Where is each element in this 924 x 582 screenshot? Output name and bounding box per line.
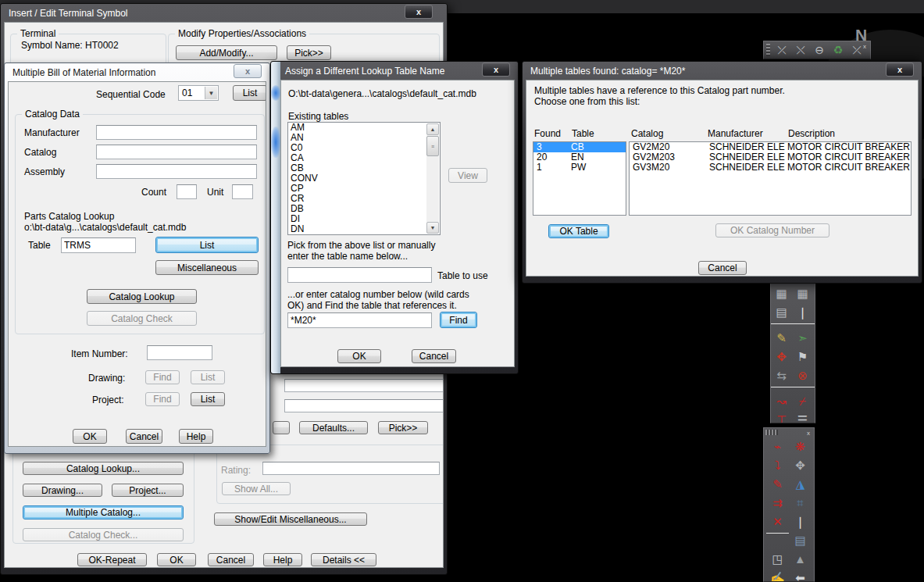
close-icon[interactable]: x — [234, 64, 262, 78]
swap-components-icon[interactable]: ⇆ — [771, 366, 792, 384]
count-field[interactable] — [177, 184, 197, 199]
insert-panel-icon[interactable]: ▦ — [771, 284, 792, 302]
catalog-result-row[interactable]: GV2M20 SCHNEIDER ELE MOTOR CIRCUIT BREAK… — [630, 142, 911, 152]
terminal-field-1[interactable] — [284, 379, 444, 392]
plc-connect-icon[interactable]: ⌗ — [789, 493, 812, 512]
catalog-check-button[interactable]: Catalog Check... — [23, 528, 184, 541]
toolbar-close-icon[interactable]: x — [804, 429, 812, 437]
unit-field[interactable] — [232, 184, 253, 199]
project-list-button[interactable]: List — [191, 392, 225, 406]
pointer-icon[interactable]: ▲ — [789, 549, 812, 568]
delete-wire-number-icon[interactable]: ✕ — [766, 512, 789, 530]
table-list-item[interactable]: C0 — [288, 143, 426, 153]
catalog-field[interactable] — [96, 145, 257, 159]
catalog-number-field[interactable] — [287, 312, 432, 328]
close-icon[interactable]: x — [482, 62, 510, 77]
move-circuit-icon[interactable]: ⤫ — [772, 42, 791, 58]
cancel-button[interactable]: Cancel — [126, 429, 162, 444]
edit-component-icon[interactable]: ✎ — [771, 328, 792, 347]
help-button[interactable]: Help — [263, 553, 302, 566]
cancel-button[interactable]: Cancel — [698, 261, 747, 275]
scrollbar-thumb[interactable]: ≡ — [426, 136, 439, 156]
multiple-catalog-button[interactable]: Multiple Catalog... — [23, 505, 184, 520]
ok-repeat-button[interactable]: OK-Repeat — [77, 553, 147, 566]
move-component-icon[interactable]: ✥ — [771, 347, 792, 366]
sequential-code-list-button[interactable]: List — [233, 85, 266, 101]
insert-wire-icon[interactable]: ↝ — [771, 391, 792, 410]
table-list-item[interactable]: AM — [288, 123, 426, 133]
table-list-item[interactable]: CONV — [288, 173, 426, 184]
catalog-result-row[interactable]: GV3M20 SCHNEIDER ELE MOTOR CIRCUIT BREAK… — [630, 162, 911, 173]
drawing-list-button[interactable]: List — [191, 370, 225, 384]
assembly-field[interactable] — [96, 164, 257, 179]
fix-wire-number-icon[interactable]: ✎ — [766, 474, 789, 493]
miscellaneous-button[interactable]: Miscellaneous — [155, 260, 259, 275]
catalog-lookup-button[interactable]: Catalog Lookup — [87, 289, 197, 304]
delete-component-icon[interactable]: ⊗ — [792, 366, 813, 384]
table-list-item[interactable]: CP — [288, 184, 426, 194]
scroll-down-icon[interactable]: ▼ — [426, 222, 439, 234]
ok-table-button[interactable]: OK Table — [548, 224, 609, 238]
sequential-code-combobox[interactable]: 01 ▼ — [178, 85, 219, 101]
show-edit-miscellaneous-button[interactable]: Show/Edit Miscellaneous... — [214, 512, 367, 526]
toolbar-close-icon[interactable]: x — [861, 42, 869, 50]
catalog-result-row[interactable]: GV2M203 SCHNEIDER ELE MOTOR CIRCUIT BREA… — [630, 152, 911, 162]
table-list-item[interactable]: CA — [288, 153, 426, 163]
table-list-item[interactable]: DI — [288, 214, 426, 224]
table-list-item[interactable]: AN — [288, 133, 426, 143]
table-list-item[interactable]: CR — [288, 194, 426, 204]
cancel-button[interactable]: Cancel — [412, 349, 456, 363]
project-find-button[interactable]: Find — [145, 392, 180, 406]
copy-circuit-recycle-icon[interactable]: ♻ — [829, 42, 847, 58]
project-button[interactable]: Project... — [112, 484, 184, 497]
scroll-up-icon[interactable]: ▲ — [426, 123, 439, 135]
manufacturer-field[interactable] — [96, 125, 257, 140]
toolbar-grip[interactable] — [766, 44, 770, 56]
table-to-use-field[interactable] — [287, 267, 432, 283]
select-component-icon[interactable]: ➣ — [792, 328, 813, 347]
ok-catalog-number-button[interactable]: OK Catalog Number — [715, 223, 829, 237]
terminal-field-2[interactable] — [284, 399, 444, 412]
pick-button[interactable]: Pick>> — [287, 45, 331, 60]
found-tables-listbox[interactable]: 3 CB 20 EN 1 PW — [533, 141, 626, 216]
copy-wire-number-icon[interactable]: ⤵ — [766, 455, 789, 474]
close-icon[interactable]: x — [405, 5, 433, 19]
details-button[interactable]: Details << — [311, 553, 376, 566]
cancel-button[interactable]: Cancel — [208, 553, 254, 566]
retag-component-icon[interactable]: ⚑ — [792, 347, 813, 366]
ok-button[interactable]: OK — [73, 429, 107, 444]
close-icon[interactable]: x — [886, 62, 914, 77]
toolbar-grip[interactable] — [765, 430, 778, 435]
flip-wire-number-icon[interactable]: ◮ — [789, 474, 812, 493]
table-list-item[interactable]: DB — [288, 204, 426, 214]
insert-panel-footprint-icon[interactable]: ▦ — [792, 284, 813, 302]
insert-ladder-icon[interactable]: ☰ — [792, 410, 813, 423]
view-button[interactable]: View — [448, 168, 487, 183]
trim-wire-icon[interactable]: ⌿ — [792, 391, 813, 410]
divider-bar-icon[interactable]: ❘ — [789, 512, 812, 530]
copy-circuit-icon[interactable]: ⤬ — [791, 42, 810, 58]
table-field[interactable] — [61, 237, 136, 253]
item-number-field[interactable] — [147, 345, 212, 360]
ok-button[interactable]: OK — [157, 553, 196, 566]
drawing-find-button[interactable]: Find — [145, 370, 180, 384]
edit-footprint-icon[interactable]: ◳ — [766, 549, 789, 568]
title-bar[interactable]: Assign a Different Lookup Table Name x — [280, 62, 515, 80]
sketch-icon[interactable]: ✍ — [766, 568, 789, 582]
insert-wire-tee-icon[interactable]: ⊤ — [771, 410, 792, 423]
panel-list-icon[interactable]: ▤ — [771, 302, 792, 321]
zoom-circuit-icon[interactable]: ⊖ — [810, 42, 829, 58]
existing-tables-listbox[interactable]: AMANC0CACBCONVCPCRDBDIDN ▲ ≡ ▼ — [287, 122, 441, 235]
help-button[interactable]: Help — [179, 429, 213, 444]
drawing-button[interactable]: Drawing... — [23, 484, 102, 497]
table-list-item[interactable]: DN — [288, 224, 426, 234]
catalog-check-button[interactable]: Catalog Check — [87, 311, 197, 326]
title-bar[interactable]: Multiple Bill of Material Information x — [8, 63, 266, 81]
title-bar[interactable]: Multiple tables found: catalog= *M20* x — [526, 62, 919, 80]
found-table-row[interactable]: 1 PW — [533, 162, 626, 173]
wire-number-leader-icon[interactable]: ⇉ — [766, 493, 789, 512]
panel-terminal-list-icon[interactable]: ▤ — [789, 530, 812, 549]
chevron-down-icon[interactable]: ▼ — [205, 87, 217, 99]
defaults-button[interactable]: Defaults... — [299, 421, 368, 434]
find-button[interactable]: Find — [440, 312, 477, 328]
